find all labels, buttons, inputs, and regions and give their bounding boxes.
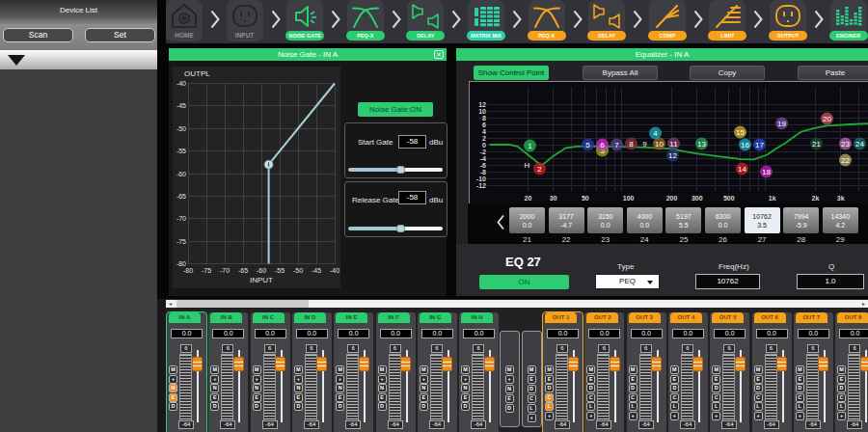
svg-text:-4: -4 <box>479 155 485 162</box>
svg-text:11: 11 <box>669 140 678 148</box>
svg-text:10: 10 <box>478 108 486 115</box>
svg-text:-80: -80 <box>176 260 186 267</box>
svg-text:-2: -2 <box>479 148 485 155</box>
svg-text:2k: 2k <box>811 195 819 202</box>
svg-text:-50: -50 <box>176 125 186 132</box>
svg-text:H: H <box>524 161 529 170</box>
svg-text:8: 8 <box>629 140 634 148</box>
svg-text:-12: -12 <box>475 182 485 189</box>
svg-text:2: 2 <box>482 135 486 142</box>
svg-text:20: 20 <box>524 195 531 202</box>
svg-text:-55: -55 <box>275 267 285 274</box>
svg-text:6: 6 <box>482 122 486 128</box>
svg-text:-6: -6 <box>479 162 485 169</box>
svg-text:200: 200 <box>665 195 677 202</box>
svg-text:4: 4 <box>482 128 486 135</box>
svg-text:12: 12 <box>668 151 677 160</box>
svg-text:4: 4 <box>653 129 658 138</box>
svg-text:100: 100 <box>622 195 634 202</box>
svg-text:10: 10 <box>655 140 664 148</box>
svg-text:-65: -65 <box>238 267 248 274</box>
svg-text:19: 19 <box>777 120 786 128</box>
svg-text:-40: -40 <box>176 80 186 87</box>
svg-text:-8: -8 <box>479 169 485 176</box>
svg-text:INPUT: INPUT <box>250 276 273 284</box>
svg-text:18: 18 <box>762 168 771 176</box>
svg-text:16: 16 <box>741 141 749 149</box>
svg-text:-70: -70 <box>176 215 186 222</box>
svg-text:-45: -45 <box>312 267 321 274</box>
svg-text:9: 9 <box>642 140 647 148</box>
svg-text:i: i <box>268 161 270 168</box>
svg-text:1k: 1k <box>768 195 775 202</box>
svg-text:-75: -75 <box>202 267 211 274</box>
svg-text:20: 20 <box>823 115 831 123</box>
svg-text:-45: -45 <box>176 102 186 109</box>
svg-text:-75: -75 <box>176 238 186 245</box>
svg-text:500: 500 <box>722 195 734 202</box>
svg-text:15: 15 <box>736 128 745 137</box>
svg-text:50: 50 <box>581 195 588 202</box>
svg-text:30: 30 <box>549 195 556 202</box>
svg-text:-60: -60 <box>257 267 266 274</box>
svg-text:21: 21 <box>812 140 821 148</box>
svg-text:14: 14 <box>738 165 746 174</box>
svg-text:1: 1 <box>528 142 532 150</box>
svg-text:3k: 3k <box>836 195 844 202</box>
svg-text:17: 17 <box>755 141 764 149</box>
svg-text:-60: -60 <box>176 171 186 177</box>
svg-text:-65: -65 <box>176 193 186 200</box>
svg-text:-70: -70 <box>220 267 230 274</box>
svg-text:22: 22 <box>841 156 850 165</box>
svg-text:-10: -10 <box>475 176 485 182</box>
svg-text:5: 5 <box>585 141 590 149</box>
svg-text:2: 2 <box>537 165 542 174</box>
svg-text:OUTPL: OUTPL <box>184 69 210 78</box>
svg-text:300: 300 <box>691 195 702 202</box>
svg-text:24: 24 <box>855 140 864 148</box>
svg-text:0: 0 <box>482 142 486 148</box>
svg-text:6: 6 <box>600 141 605 149</box>
svg-text:-55: -55 <box>176 148 186 154</box>
svg-text:7: 7 <box>614 141 619 149</box>
svg-text:-40: -40 <box>330 267 339 274</box>
svg-text:8: 8 <box>482 115 486 122</box>
svg-text:-80: -80 <box>183 267 193 274</box>
svg-text:23: 23 <box>841 140 850 148</box>
svg-text:12: 12 <box>478 101 486 108</box>
svg-text:-50: -50 <box>293 267 303 274</box>
svg-text:13: 13 <box>697 140 706 148</box>
